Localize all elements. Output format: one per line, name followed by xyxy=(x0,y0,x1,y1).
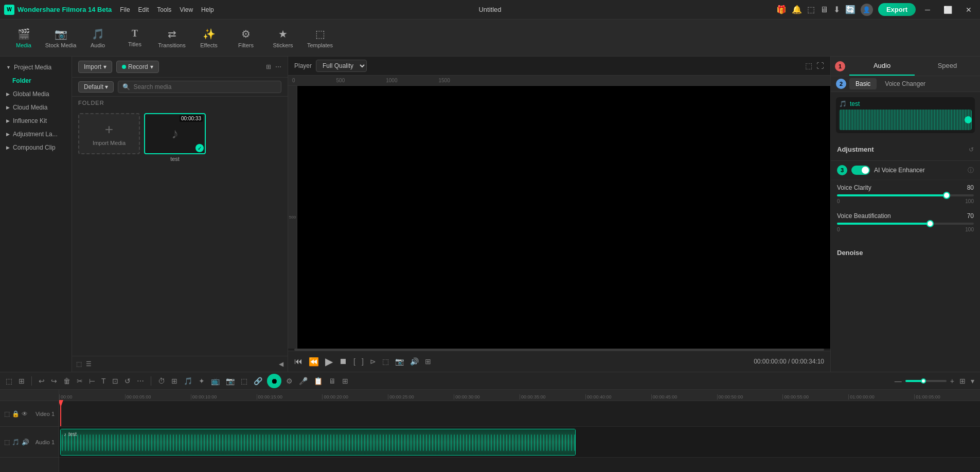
menu-file[interactable]: File xyxy=(120,6,130,13)
timeline-magnet-btn[interactable]: ⊞ xyxy=(17,375,26,387)
timeline-record-btn[interactable]: ⏺ xyxy=(267,374,281,388)
fullscreen-btn[interactable]: ⬚ xyxy=(382,357,389,366)
timeline-rotate-btn[interactable]: ↺ xyxy=(123,375,132,387)
sidebar-item-compound-clip[interactable]: ▶ Compound Clip xyxy=(0,141,72,154)
close-button[interactable]: ✕ xyxy=(961,4,976,16)
timeline-pip-btn[interactable]: ⬚ xyxy=(239,375,249,387)
subtab-voice-changer[interactable]: Voice Changer xyxy=(879,78,932,89)
menu-edit[interactable]: Edit xyxy=(138,6,149,13)
timeline-undo-btn[interactable]: ↩ xyxy=(37,375,46,387)
audio-track-icon-1[interactable]: ⬚ xyxy=(4,439,10,446)
toolbar-audio[interactable]: 🎵 Audio xyxy=(80,22,115,54)
list-icon[interactable]: ☰ xyxy=(86,360,92,368)
toolbar-effects[interactable]: ✨ Effects xyxy=(191,22,226,54)
grid-icon[interactable]: ⬚ xyxy=(76,360,82,368)
reset-icon[interactable]: ↺ xyxy=(969,146,974,153)
volume-icon[interactable]: 🔊 xyxy=(410,357,419,366)
export-button[interactable]: Export xyxy=(878,3,916,16)
import-media-placeholder[interactable]: + Import Media xyxy=(78,113,140,154)
ai-voice-toggle[interactable] xyxy=(851,166,870,175)
audio-track-icon-3[interactable]: 🔊 xyxy=(22,439,29,446)
timeline-speed-btn[interactable]: ⏱ xyxy=(156,375,167,387)
timeline-transform-btn[interactable]: ⊞ xyxy=(170,375,179,387)
import-button[interactable]: Import ▾ xyxy=(78,61,112,73)
stop-button[interactable]: ⏹ xyxy=(339,357,347,366)
gift-icon[interactable]: 🎁 xyxy=(776,5,787,14)
timeline-cam-btn[interactable]: 📷 xyxy=(224,375,236,387)
sidebar-item-cloud-media[interactable]: ▶ Cloud Media xyxy=(0,101,72,114)
menu-help[interactable]: Help xyxy=(201,6,214,13)
update-icon[interactable]: 🔄 xyxy=(845,5,856,14)
tab-speed[interactable]: Speed xyxy=(915,57,980,76)
sidebar-item-folder[interactable]: Folder xyxy=(0,74,72,87)
timeline-ai-btn[interactable]: ✦ xyxy=(197,375,206,387)
toolbar-templates[interactable]: ⬚ Templates xyxy=(302,22,337,54)
timeline-text-btn[interactable]: T xyxy=(100,375,108,387)
timeline-screen2-btn[interactable]: 🖥 xyxy=(327,375,337,387)
collapse-icon[interactable]: ◀ xyxy=(279,360,283,368)
snapshot-icon[interactable]: 📷 xyxy=(395,357,404,366)
timeline-link-btn[interactable]: 🔗 xyxy=(252,375,264,387)
timeline-cut-btn[interactable]: ✂ xyxy=(75,375,84,387)
voice-clarity-thumb[interactable] xyxy=(943,192,950,199)
toolbar-stock[interactable]: 📷 Stock Media xyxy=(43,22,78,54)
maximize-button[interactable]: ⬜ xyxy=(939,4,956,16)
download-icon[interactable]: ⬇ xyxy=(833,5,840,14)
video-track-icon-3[interactable]: 👁 xyxy=(22,410,28,417)
sidebar-item-global-media[interactable]: ▶ Global Media xyxy=(0,87,72,101)
sidebar-item-influence-kit[interactable]: ▶ Influence Kit xyxy=(0,114,72,128)
toolbar-transitions[interactable]: ⇄ Transitions xyxy=(154,22,189,54)
grid-view-btn[interactable]: ⊞ xyxy=(958,375,967,387)
bracket-start-icon[interactable]: [ xyxy=(353,357,355,366)
search-input[interactable] xyxy=(133,83,277,90)
bell-icon[interactable]: 🔔 xyxy=(792,5,802,14)
zoom-out-btn[interactable]: — xyxy=(893,375,903,387)
video-track-icon-1[interactable]: ⬚ xyxy=(4,410,10,417)
skip-back-button[interactable]: ⏮ xyxy=(294,357,302,366)
timeline-layout-btn[interactable]: ⬚ xyxy=(4,375,14,387)
tab-audio[interactable]: Audio xyxy=(849,57,915,76)
subtab-basic[interactable]: Basic xyxy=(849,78,877,89)
crop-icon[interactable]: ⊞ xyxy=(425,357,431,366)
menu-view[interactable]: View xyxy=(180,6,193,13)
toolbar-titles[interactable]: T Titles xyxy=(117,22,152,54)
zoom-thumb[interactable] xyxy=(921,378,926,384)
timeline-audio-btn[interactable]: 🎵 xyxy=(182,375,194,387)
record-button[interactable]: Record ▾ xyxy=(116,61,159,73)
zoom-in-btn[interactable]: + xyxy=(949,375,956,387)
toolbar-media[interactable]: 🎬 Media xyxy=(6,22,41,54)
filter-icon[interactable]: ⊞ xyxy=(266,63,271,70)
dual-view-icon[interactable]: ⬚ xyxy=(805,61,812,70)
audio-clip[interactable]: ♪ test xyxy=(60,429,576,456)
user-avatar[interactable]: 👤 xyxy=(861,4,873,16)
bracket-end-icon[interactable]: ] xyxy=(362,357,364,366)
timeline-mic-btn[interactable]: 🎤 xyxy=(297,375,309,387)
mark-in-icon[interactable]: ⊳ xyxy=(370,357,376,366)
minimize-button[interactable]: ─ xyxy=(921,4,934,16)
info-icon[interactable]: ⓘ xyxy=(968,166,974,175)
quality-select[interactable]: Full Quality xyxy=(316,60,367,72)
timeline-redo-btn[interactable]: ↪ xyxy=(49,375,59,387)
timeline-crop-btn[interactable]: ⊡ xyxy=(111,375,120,387)
layout-icon[interactable]: ⬚ xyxy=(807,5,815,14)
play-button[interactable]: ▶ xyxy=(325,355,333,368)
timeline-clip-btn[interactable]: 📋 xyxy=(312,375,324,387)
voice-beautification-thumb[interactable] xyxy=(926,220,934,227)
audio-track-icon-2[interactable]: 🎵 xyxy=(12,439,20,446)
more-icon[interactable]: ⋯ xyxy=(275,63,281,70)
video-track-icon-2[interactable]: 🔒 xyxy=(12,410,20,417)
sidebar-item-adjustment-la[interactable]: ▶ Adjustment La... xyxy=(0,128,72,141)
toolbar-stickers[interactable]: ★ Stickers xyxy=(265,22,300,54)
sidebar-item-project-media[interactable]: ▼ Project Media xyxy=(0,61,72,74)
frame-back-button[interactable]: ⏪ xyxy=(309,357,319,367)
timeline-split-btn[interactable]: ⊢ xyxy=(87,375,97,387)
monitor-icon[interactable]: 🖥 xyxy=(820,5,828,14)
timeline-more-btn[interactable]: ⋯ xyxy=(135,375,146,387)
menu-tools[interactable]: Tools xyxy=(157,6,171,13)
zoom-slider[interactable] xyxy=(905,380,947,382)
timeline-insert-btn[interactable]: ⊞ xyxy=(341,375,350,387)
timeline-render-btn[interactable]: ⚙ xyxy=(284,375,294,387)
track-knob[interactable] xyxy=(965,116,972,123)
timeline-delete-btn[interactable]: 🗑 xyxy=(62,375,72,387)
toolbar-filters[interactable]: ⚙ Filters xyxy=(228,22,263,54)
